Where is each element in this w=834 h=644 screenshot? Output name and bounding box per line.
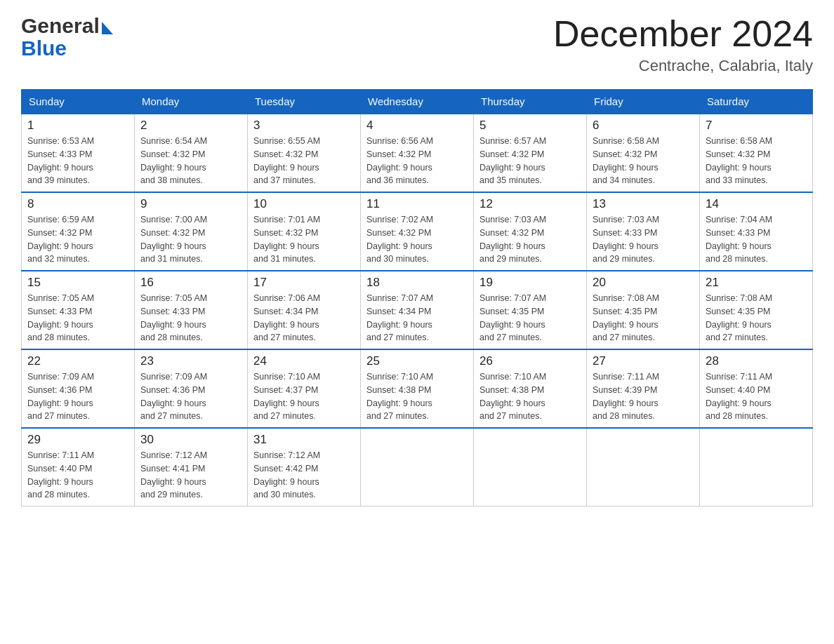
daylight: Daylight: 9 hours — [366, 241, 432, 251]
sunset: Sunset: 4:36 PM — [140, 385, 205, 395]
day-info: Sunrise: 6:57 AM Sunset: 4:32 PM Dayligh… — [479, 135, 581, 187]
day-info: Sunrise: 7:05 AM Sunset: 4:33 PM Dayligh… — [140, 292, 241, 344]
daylight: Daylight: 9 hours — [140, 241, 206, 251]
daylight2: and 28 minutes. — [593, 411, 655, 421]
sunset: Sunset: 4:32 PM — [706, 149, 770, 159]
daylight: Daylight: 9 hours — [27, 241, 93, 251]
sunset: Sunset: 4:32 PM — [140, 228, 205, 238]
sunrise: Sunrise: 7:12 AM — [253, 450, 320, 460]
sunrise: Sunrise: 7:05 AM — [27, 293, 94, 303]
day-number: 20 — [593, 276, 694, 290]
daylight: Daylight: 9 hours — [593, 241, 658, 251]
sunrise: Sunrise: 6:59 AM — [27, 215, 94, 224]
day-info: Sunrise: 7:12 AM Sunset: 4:41 PM Dayligh… — [140, 449, 241, 502]
header-thursday: Thursday — [474, 90, 587, 114]
calendar-cell: 9 Sunrise: 7:00 AM Sunset: 4:32 PM Dayli… — [135, 192, 248, 271]
calendar-cell: 17 Sunrise: 7:06 AM Sunset: 4:34 PM Dayl… — [248, 271, 361, 349]
daylight2: and 27 minutes. — [479, 333, 542, 342]
sunset: Sunset: 4:38 PM — [479, 385, 544, 395]
daylight: Daylight: 9 hours — [253, 163, 319, 173]
daylight: Daylight: 9 hours — [706, 163, 772, 173]
day-info: Sunrise: 7:07 AM Sunset: 4:34 PM Dayligh… — [366, 292, 468, 344]
day-info: Sunrise: 7:10 AM Sunset: 4:38 PM Dayligh… — [479, 370, 581, 423]
daylight2: and 27 minutes. — [479, 411, 542, 421]
sunset: Sunset: 4:41 PM — [140, 464, 205, 474]
sunset: Sunset: 4:34 PM — [366, 307, 431, 316]
daylight: Daylight: 9 hours — [479, 241, 545, 251]
daylight: Daylight: 9 hours — [140, 398, 206, 408]
daylight2: and 27 minutes. — [140, 411, 203, 421]
calendar-cell: 22 Sunrise: 7:09 AM Sunset: 4:36 PM Dayl… — [22, 349, 135, 428]
day-number: 15 — [27, 276, 128, 290]
day-number: 29 — [27, 433, 128, 447]
sunrise: Sunrise: 6:58 AM — [593, 136, 659, 146]
day-number: 18 — [366, 276, 468, 290]
daylight2: and 32 minutes. — [27, 254, 90, 264]
sunset: Sunset: 4:39 PM — [593, 385, 657, 395]
sunset: Sunset: 4:32 PM — [479, 149, 544, 159]
calendar-cell: 25 Sunrise: 7:10 AM Sunset: 4:38 PM Dayl… — [361, 349, 474, 428]
daylight: Daylight: 9 hours — [593, 163, 658, 173]
sunrise: Sunrise: 7:11 AM — [706, 372, 772, 382]
calendar-cell: 2 Sunrise: 6:54 AM Sunset: 4:32 PM Dayli… — [135, 114, 248, 192]
sunset: Sunset: 4:33 PM — [140, 307, 205, 316]
daylight2: and 29 minutes. — [140, 490, 203, 499]
sunrise: Sunrise: 7:08 AM — [706, 293, 772, 303]
sunset: Sunset: 4:32 PM — [253, 228, 318, 238]
calendar-cell: 3 Sunrise: 6:55 AM Sunset: 4:32 PM Dayli… — [248, 114, 361, 192]
calendar-cell: 5 Sunrise: 6:57 AM Sunset: 4:32 PM Dayli… — [474, 114, 587, 192]
daylight: Daylight: 9 hours — [253, 477, 319, 487]
calendar-cell — [361, 428, 474, 507]
sunrise: Sunrise: 7:05 AM — [140, 293, 207, 303]
day-info: Sunrise: 6:59 AM Sunset: 4:32 PM Dayligh… — [27, 213, 128, 266]
daylight: Daylight: 9 hours — [366, 398, 432, 408]
daylight2: and 29 minutes. — [593, 254, 655, 264]
day-number: 1 — [27, 119, 128, 133]
week-row-3: 15 Sunrise: 7:05 AM Sunset: 4:33 PM Dayl… — [22, 271, 813, 349]
sunrise: Sunrise: 7:10 AM — [366, 372, 433, 382]
day-info: Sunrise: 7:08 AM Sunset: 4:35 PM Dayligh… — [593, 292, 694, 344]
logo: General Blue — [21, 14, 113, 60]
week-row-2: 8 Sunrise: 6:59 AM Sunset: 4:32 PM Dayli… — [22, 192, 813, 271]
day-number: 26 — [479, 354, 581, 368]
day-info: Sunrise: 7:09 AM Sunset: 4:36 PM Dayligh… — [27, 370, 128, 423]
daylight2: and 27 minutes. — [27, 411, 90, 421]
sunrise: Sunrise: 7:10 AM — [253, 372, 320, 382]
daylight2: and 33 minutes. — [706, 175, 768, 185]
sunrise: Sunrise: 7:02 AM — [366, 215, 433, 224]
sunrise: Sunrise: 7:11 AM — [593, 372, 659, 382]
day-number: 11 — [366, 197, 468, 211]
calendar-cell: 24 Sunrise: 7:10 AM Sunset: 4:37 PM Dayl… — [248, 349, 361, 428]
calendar-cell: 30 Sunrise: 7:12 AM Sunset: 4:41 PM Dayl… — [135, 428, 248, 507]
header-monday: Monday — [135, 90, 248, 114]
day-info: Sunrise: 7:04 AM Sunset: 4:33 PM Dayligh… — [706, 213, 807, 266]
daylight: Daylight: 9 hours — [140, 320, 206, 330]
header-saturday: Saturday — [700, 90, 813, 114]
sunset: Sunset: 4:37 PM — [253, 385, 318, 395]
week-row-4: 22 Sunrise: 7:09 AM Sunset: 4:36 PM Dayl… — [22, 349, 813, 428]
daylight: Daylight: 9 hours — [479, 163, 545, 173]
day-info: Sunrise: 7:09 AM Sunset: 4:36 PM Dayligh… — [140, 370, 241, 423]
daylight: Daylight: 9 hours — [706, 241, 772, 251]
daylight2: and 27 minutes. — [706, 333, 768, 342]
daylight2: and 30 minutes. — [366, 254, 429, 264]
day-number: 6 — [593, 119, 694, 133]
sunrise: Sunrise: 7:09 AM — [140, 372, 207, 382]
daylight: Daylight: 9 hours — [253, 320, 319, 330]
location-subtitle: Centrache, Calabria, Italy — [553, 57, 813, 75]
sunset: Sunset: 4:33 PM — [27, 149, 92, 159]
day-info: Sunrise: 7:05 AM Sunset: 4:33 PM Dayligh… — [27, 292, 128, 344]
sunrise: Sunrise: 7:04 AM — [706, 215, 772, 224]
calendar-cell: 6 Sunrise: 6:58 AM Sunset: 4:32 PM Dayli… — [587, 114, 700, 192]
day-info: Sunrise: 7:00 AM Sunset: 4:32 PM Dayligh… — [140, 213, 241, 266]
calendar-cell: 21 Sunrise: 7:08 AM Sunset: 4:35 PM Dayl… — [700, 271, 813, 349]
sunset: Sunset: 4:33 PM — [593, 228, 657, 238]
sunrise: Sunrise: 7:12 AM — [140, 450, 207, 460]
sunset: Sunset: 4:33 PM — [27, 307, 92, 316]
day-number: 19 — [479, 276, 581, 290]
page-header: General Blue December 2024 Centrache, Ca… — [21, 14, 813, 75]
daylight: Daylight: 9 hours — [27, 477, 93, 487]
header-tuesday: Tuesday — [248, 90, 361, 114]
day-number: 8 — [27, 197, 128, 211]
sunrise: Sunrise: 7:10 AM — [479, 372, 546, 382]
